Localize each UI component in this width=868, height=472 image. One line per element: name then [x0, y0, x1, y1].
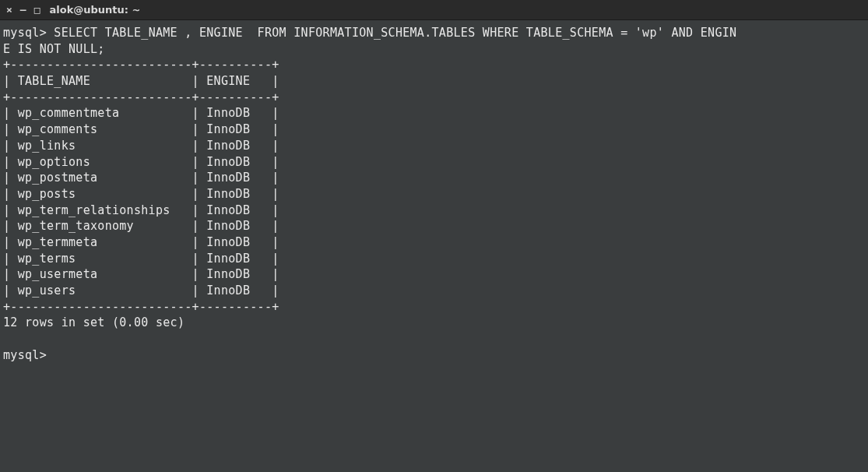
maximize-icon[interactable]: □ — [34, 4, 40, 16]
table-border-mid: +-------------------------+----------+ — [3, 90, 279, 104]
window-controls: × – □ — [6, 4, 40, 16]
table-border-bottom: +-------------------------+----------+ — [3, 300, 279, 314]
table-rows: | wp_commentmeta | InnoDB | | wp_comment… — [3, 106, 279, 298]
table-header-row: | TABLE_NAME | ENGINE | — [3, 74, 279, 88]
mysql-prompt-idle: mysql> — [3, 348, 47, 362]
window-title: alok@ubuntu: ~ — [49, 4, 140, 16]
terminal-output[interactable]: mysql> SELECT TABLE_NAME , ENGINE FROM I… — [0, 20, 868, 368]
sql-query-line2: E IS NOT NULL; — [3, 42, 105, 56]
mysql-prompt: mysql> — [3, 26, 47, 40]
window-titlebar: × – □ alok@ubuntu: ~ — [0, 0, 868, 20]
close-icon[interactable]: × — [6, 4, 12, 16]
table-border-top: +-------------------------+----------+ — [3, 58, 279, 72]
minimize-icon[interactable]: – — [20, 4, 26, 16]
sql-query-line1: SELECT TABLE_NAME , ENGINE FROM INFORMAT… — [47, 26, 736, 40]
result-footer: 12 rows in set (0.00 sec) — [3, 315, 184, 329]
